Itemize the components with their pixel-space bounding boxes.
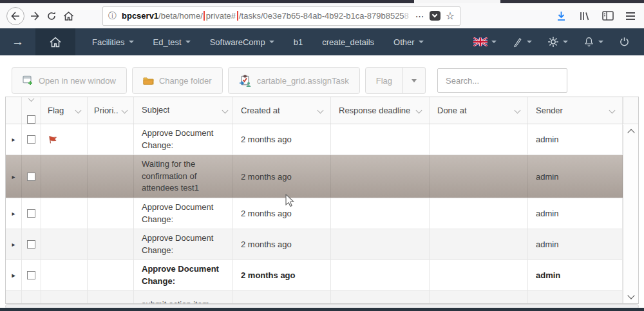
header-done-at[interactable]: Done at [430, 97, 528, 124]
done-at-cell [430, 229, 528, 259]
grid-body: ▸ Approve Document Change: 2 months ago … [6, 124, 623, 303]
flag-cell [41, 291, 88, 303]
scroll-up-icon[interactable] [627, 129, 634, 136]
row-checkbox[interactable] [27, 209, 35, 218]
vertical-scrollbar[interactable] [623, 125, 638, 303]
row-checkbox[interactable] [27, 271, 35, 279]
row-checkbox-cell[interactable] [22, 198, 41, 229]
row-checkbox[interactable] [27, 173, 35, 181]
flag-cell [41, 155, 88, 198]
logout-button[interactable] [619, 36, 630, 48]
expand-icon: ▸ [12, 210, 15, 217]
header-response-deadline[interactable]: Response deadline [331, 97, 430, 124]
header-subject[interactable]: Subject [134, 97, 233, 124]
change-folder-button[interactable]: Change folder [132, 67, 223, 94]
pen-icon [512, 37, 523, 48]
site-info-icon[interactable]: ⓘ [108, 10, 117, 22]
chevron-down-icon [317, 108, 324, 114]
notifications-menu[interactable] [583, 36, 603, 48]
collapse-arrow-icon[interactable]: → [0, 35, 35, 49]
header-flag[interactable]: Flag [41, 97, 88, 124]
menu-button[interactable] [626, 12, 635, 20]
row-checkbox-cell[interactable] [22, 260, 41, 290]
scroll-down-icon[interactable] [627, 292, 634, 299]
row-expand-toggle[interactable] [6, 291, 22, 303]
priority-cell [88, 229, 134, 259]
row-checkbox-cell[interactable] [22, 229, 41, 259]
theme-menu[interactable] [512, 37, 532, 48]
pocket-icon[interactable] [430, 11, 440, 21]
chevron-down-icon [419, 41, 424, 43]
home-button[interactable] [63, 11, 74, 21]
uk-flag-icon [473, 37, 488, 46]
sender-cell [528, 291, 623, 303]
back-arrow-icon [10, 11, 21, 21]
row-checkbox-cell[interactable] [22, 124, 41, 155]
sender-cell: admin [528, 229, 623, 259]
tasks-grid: Flag Priori... Subject Created at Respon… [5, 97, 639, 304]
table-row-selected[interactable]: ▸ Waiting for the confirmation of attend… [6, 155, 623, 198]
nav-home-button[interactable] [35, 28, 75, 55]
chevron-down-icon [28, 95, 35, 102]
reload-icon [46, 11, 57, 21]
subject-cell: Approve Document Change: [134, 229, 233, 259]
nav-item-other[interactable]: Other [393, 37, 424, 47]
expand-icon: ▸ [12, 173, 15, 180]
row-checkbox-cell[interactable] [22, 291, 41, 303]
select-all-checkbox[interactable] [27, 115, 35, 124]
table-row[interactable]: ▸ Approve Document Change: 2 months ago … [6, 229, 623, 260]
table-row[interactable]: ▸ Approve Document Change: 2 months ago … [6, 198, 623, 229]
url-bar[interactable]: ⓘ bpcserv1/beta/home/private#/tasks/0e3e… [102, 6, 460, 26]
row-expand-toggle[interactable]: ▸ [6, 124, 22, 155]
chevron-down-icon [222, 108, 229, 114]
sidebar-toggle-button[interactable] [602, 11, 614, 21]
created-at-cell: 2 months ago [233, 124, 331, 155]
flag-button[interactable]: Flag [365, 67, 403, 94]
search-input[interactable] [437, 68, 567, 93]
downloads-button[interactable] [556, 10, 567, 21]
header-expand-column [6, 97, 22, 124]
row-checkbox[interactable] [27, 240, 35, 249]
bottom-bar [0, 308, 644, 311]
language-selector[interactable] [473, 37, 497, 46]
table-row-unread[interactable]: ▸ Approve Document Change: 2 months ago … [6, 260, 623, 291]
pocket-chevron [431, 12, 437, 17]
assign-task-button[interactable]: cartable_grid.assignTask [228, 67, 360, 94]
row-checkbox[interactable] [27, 135, 35, 144]
header-sender[interactable]: Sender [528, 97, 623, 124]
settings-menu[interactable] [547, 36, 568, 48]
forward-button[interactable] [30, 11, 40, 21]
row-expand-toggle[interactable]: ▸ [6, 260, 22, 290]
assign-task-icon [239, 75, 252, 87]
subject-cell: Waiting for the confirmation of attendee… [134, 155, 233, 198]
select-all-header[interactable] [22, 97, 41, 124]
back-button[interactable] [6, 7, 24, 25]
nav-item-facilities[interactable]: Facilities [92, 37, 134, 47]
flag-dropdown-button[interactable] [403, 67, 426, 94]
table-row[interactable]: ▸ Approve Document Change: 2 months ago … [6, 124, 623, 155]
expand-icon: ▸ [12, 272, 15, 279]
header-created-at[interactable]: Created at [233, 97, 331, 124]
response-deadline-cell [331, 198, 430, 229]
nav-item-softwarecomp[interactable]: SoftwareComp [210, 37, 274, 47]
nav-item-ed-test[interactable]: Ed_test [153, 37, 191, 47]
chevron-down-icon [563, 41, 568, 43]
row-expand-toggle[interactable]: ▸ [6, 229, 22, 259]
bookmark-star-icon[interactable]: ☆ [446, 10, 455, 22]
done-at-cell [430, 198, 528, 229]
nav-item-create-details[interactable]: create_details [322, 37, 374, 47]
library-icon [579, 11, 590, 21]
nav-item-b1[interactable]: b1 [294, 37, 303, 47]
sender-cell: admin [528, 198, 623, 229]
home-icon [63, 11, 74, 21]
header-scroll-spacer [623, 97, 638, 124]
table-row[interactable]: submit action item [6, 291, 623, 303]
library-button[interactable] [579, 11, 590, 21]
row-expand-toggle[interactable]: ▸ [6, 198, 22, 229]
reload-button[interactable] [46, 11, 57, 21]
open-in-new-window-button[interactable]: Open in new window [12, 67, 127, 94]
header-priority[interactable]: Priori... [88, 97, 134, 124]
row-expand-toggle[interactable]: ▸ [6, 155, 22, 198]
page-actions-icon[interactable]: ⋯ [415, 11, 425, 21]
row-checkbox-cell[interactable] [22, 155, 41, 198]
